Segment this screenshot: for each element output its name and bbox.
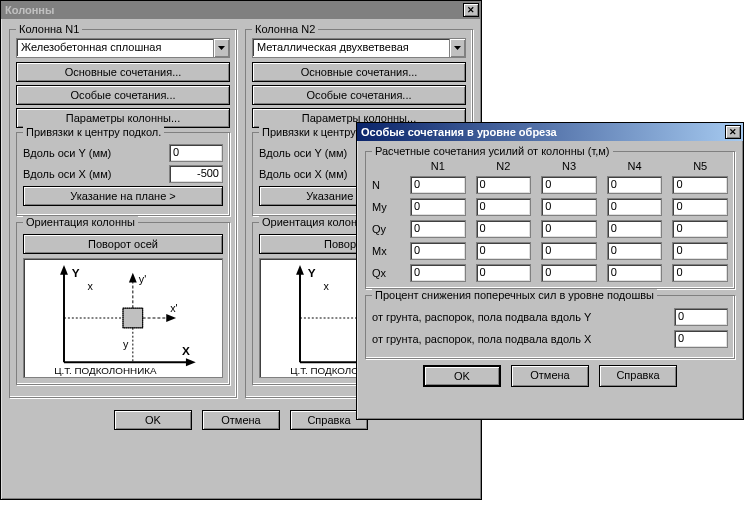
percent-x-input[interactable]: 0 [674, 330, 728, 348]
force-row-my-label: My [372, 201, 400, 213]
percent-y-label: от грунта, распорок, пола подвала вдоль … [372, 311, 674, 323]
bindings-n1-legend: Привязки к центру подкол. [23, 126, 164, 138]
force-my-n2[interactable]: 0 [476, 198, 532, 216]
dialog-cancel-button[interactable]: Отмена [511, 365, 589, 387]
force-my-n3[interactable]: 0 [541, 198, 597, 216]
svg-marker-0 [218, 46, 225, 50]
svg-text:Ц.Т.  ПОДКОЛОННИКА: Ц.Т. ПОДКОЛОННИКА [54, 365, 157, 376]
special-combinations-button[interactable]: Особые сочетания... [16, 85, 230, 105]
along-x-label: Вдоль оси X (мм) [23, 168, 165, 180]
svg-text:y': y' [139, 273, 146, 285]
force-n-n2[interactable]: 0 [476, 176, 532, 194]
force-mx-n2[interactable]: 0 [476, 242, 532, 260]
dialog-title: Особые сочетания в уровне обреза [361, 126, 725, 138]
column-n1-type-value: Железобетонная сплошная [17, 39, 213, 57]
svg-text:x: x [88, 280, 94, 292]
forces-header-n2: N2 [476, 160, 532, 172]
column-n1-group: Колонна N1 Железобетонная сплошная Основ… [9, 29, 237, 398]
orientation-diagram: Y X y' x' [23, 258, 223, 378]
column-n2-type-value: Металлическая двухветвевая [253, 39, 449, 57]
chevron-down-icon[interactable] [449, 39, 465, 57]
dialog-ok-button[interactable]: OK [423, 365, 501, 387]
svg-rect-13 [123, 308, 143, 328]
svg-marker-22 [296, 265, 304, 275]
column-n2-legend: Колонна N2 [252, 23, 318, 35]
svg-marker-5 [186, 358, 196, 366]
cancel-button[interactable]: Отмена [202, 410, 280, 430]
percent-x-label: от грунта, распорок, пола подвала вдоль … [372, 333, 674, 345]
force-mx-n1[interactable]: 0 [410, 242, 466, 260]
svg-marker-20 [454, 46, 461, 50]
svg-text:x': x' [170, 302, 177, 314]
dialog-titlebar[interactable]: Особые сочетания в уровне обреза ✕ [357, 123, 743, 141]
force-qx-n4[interactable]: 0 [607, 264, 663, 282]
forces-legend: Расчетные сочетания усилий от колонны (т… [372, 145, 613, 157]
percent-y-input[interactable]: 0 [674, 308, 728, 326]
force-qx-n1[interactable]: 0 [410, 264, 466, 282]
force-my-n4[interactable]: 0 [607, 198, 663, 216]
force-n-n1[interactable]: 0 [410, 176, 466, 194]
svg-text:y: y [123, 338, 129, 350]
columns-title: Колонны [5, 4, 463, 16]
main-combinations-button[interactable]: Основные сочетания... [16, 62, 230, 82]
close-icon[interactable]: ✕ [725, 125, 741, 139]
orientation-n1-group: Ориентация колонны Поворот осей Y X [16, 222, 230, 385]
indicate-on-plan-button[interactable]: Указание на плане > [23, 186, 223, 206]
force-my-n5[interactable]: 0 [672, 198, 728, 216]
svg-text:Y: Y [72, 266, 80, 280]
force-row-qx-label: Qx [372, 267, 400, 279]
column-params-button[interactable]: Параметры колонны... [16, 108, 230, 128]
along-x-input[interactable]: -500 [169, 165, 223, 183]
force-qy-n2[interactable]: 0 [476, 220, 532, 238]
column-n1-type-dropdown[interactable]: Железобетонная сплошная [16, 38, 230, 58]
force-mx-n5[interactable]: 0 [672, 242, 728, 260]
chevron-down-icon[interactable] [213, 39, 229, 57]
force-n-n4[interactable]: 0 [607, 176, 663, 194]
force-qy-n4[interactable]: 0 [607, 220, 663, 238]
columns-titlebar[interactable]: Колонны ✕ [1, 1, 481, 19]
forces-header-n4: N4 [607, 160, 663, 172]
force-mx-n4[interactable]: 0 [607, 242, 663, 260]
rotate-axes-button[interactable]: Поворот осей [23, 234, 223, 254]
forces-header-n3: N3 [541, 160, 597, 172]
main-combinations-button-n2[interactable]: Основные сочетания... [252, 62, 466, 82]
forces-header-n5: N5 [672, 160, 728, 172]
svg-marker-8 [129, 273, 137, 283]
svg-marker-11 [166, 314, 176, 322]
percent-group: Процент снижения поперечных сил в уровне… [365, 295, 735, 359]
along-y-label: Вдоль оси Y (мм) [23, 147, 165, 159]
force-qy-n1[interactable]: 0 [410, 220, 466, 238]
forces-group: Расчетные сочетания усилий от колонны (т… [365, 151, 735, 289]
dialog-button-row: OK Отмена Справка [365, 365, 735, 387]
percent-legend: Процент снижения поперечных сил в уровне… [372, 289, 657, 301]
force-qy-n5[interactable]: 0 [672, 220, 728, 238]
svg-text:X: X [182, 344, 190, 358]
dialog-help-button[interactable]: Справка [599, 365, 677, 387]
orientation-n1-legend: Ориентация колонны [23, 216, 138, 228]
forces-header-n1: N1 [410, 160, 466, 172]
column-n1-legend: Колонна N1 [16, 23, 82, 35]
svg-text:Y: Y [308, 266, 316, 280]
force-n-n3[interactable]: 0 [541, 176, 597, 194]
bindings-n1-group: Привязки к центру подкол. Вдоль оси Y (м… [16, 132, 230, 216]
special-combinations-button-n2[interactable]: Особые сочетания... [252, 85, 466, 105]
close-icon[interactable]: ✕ [463, 3, 479, 17]
svg-marker-2 [60, 265, 68, 275]
special-combinations-dialog: Особые сочетания в уровне обреза ✕ Расче… [356, 122, 744, 420]
force-qx-n2[interactable]: 0 [476, 264, 532, 282]
ok-button[interactable]: OK [114, 410, 192, 430]
force-qy-n3[interactable]: 0 [541, 220, 597, 238]
force-row-qy-label: Qy [372, 223, 400, 235]
force-qx-n5[interactable]: 0 [672, 264, 728, 282]
force-mx-n3[interactable]: 0 [541, 242, 597, 260]
force-n-n5[interactable]: 0 [672, 176, 728, 194]
force-my-n1[interactable]: 0 [410, 198, 466, 216]
force-row-mx-label: Mx [372, 245, 400, 257]
force-qx-n3[interactable]: 0 [541, 264, 597, 282]
column-n2-type-dropdown[interactable]: Металлическая двухветвевая [252, 38, 466, 58]
force-row-n-label: N [372, 179, 400, 191]
along-y-input[interactable]: 0 [169, 144, 223, 162]
svg-text:x: x [324, 280, 330, 292]
